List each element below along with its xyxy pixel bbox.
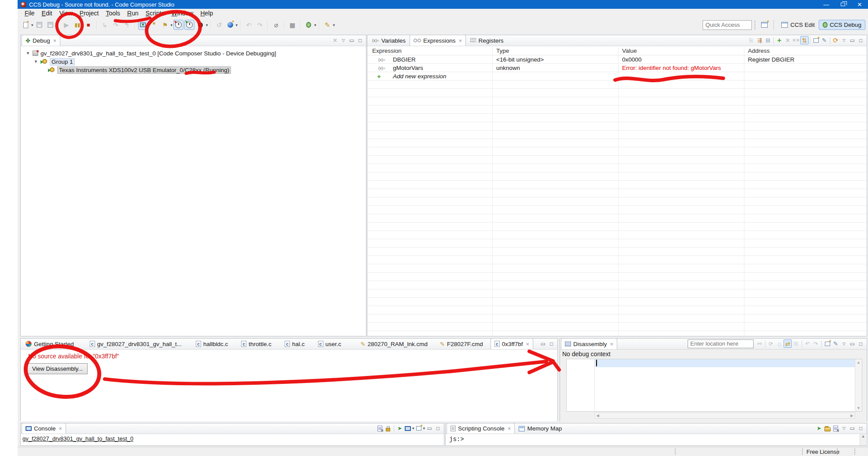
refresh-toggle-icon[interactable]: ⇅	[800, 36, 809, 44]
tab-registers[interactable]: 1010 0101 Registers	[466, 35, 507, 46]
open-script-icon[interactable]	[823, 424, 831, 433]
view-menu-icon[interactable]: ▽	[840, 339, 848, 348]
run-free-globe-icon[interactable]	[225, 20, 235, 30]
swap-icon[interactable]: ⇄	[784, 339, 792, 348]
pen-icon[interactable]: ✎	[322, 20, 333, 30]
menu-file[interactable]: File	[21, 10, 38, 17]
restore-window-icon[interactable]	[835, 0, 851, 9]
tree-row-project[interactable]: ▼ gv_f28027_drv8301_gv_hall_to_fast_test…	[26, 49, 276, 57]
expression-row[interactable]: (x)= gMotorVars unknown Error: identifie…	[367, 64, 867, 72]
new-file-dropdown-icon[interactable]: ▾	[31, 23, 33, 27]
layout-icon[interactable]: ⎘	[747, 36, 755, 44]
tab-debug-view[interactable]: ✤ Debug ×	[22, 35, 60, 46]
maximize-view-icon[interactable]: □	[356, 36, 364, 44]
close-icon[interactable]: ×	[59, 425, 62, 432]
tree-row-core[interactable]: Texas Instruments XDS100v2 USB Emulator_…	[48, 66, 231, 74]
maximize-view-icon[interactable]: □	[857, 339, 865, 348]
minimize-view-icon[interactable]: ▭	[848, 339, 857, 348]
minimize-view-icon[interactable]: ▭	[348, 36, 356, 44]
view-menu-icon[interactable]: ▽	[840, 36, 848, 44]
tab-0x3ff7bf[interactable]: 0x3ff7bf ×	[491, 338, 533, 349]
save-all-icon[interactable]	[45, 20, 55, 30]
step-return-icon[interactable]: ↰	[122, 20, 132, 30]
refresh-view-icon[interactable]: ⟳	[831, 36, 840, 44]
halt-bug-dropdown-icon[interactable]: ▾	[206, 23, 208, 27]
maximize-view-icon[interactable]: □	[857, 36, 865, 44]
tab-disassembly[interactable]: Disassembly ×	[561, 338, 617, 349]
view-menu-icon[interactable]: ▽	[840, 424, 848, 433]
column-address[interactable]: Address	[748, 47, 770, 54]
close-window-icon[interactable]: ✕	[851, 0, 868, 9]
save-icon[interactable]	[34, 20, 44, 30]
debug-bug-dropdown-icon[interactable]: ▾	[314, 23, 316, 27]
pin-console-icon[interactable]: ➤	[815, 424, 823, 433]
home-icon[interactable]: ⌂	[775, 339, 784, 348]
pen-dropdown-icon[interactable]: ▾	[333, 23, 335, 27]
menu-run[interactable]: Run	[124, 10, 142, 17]
close-icon[interactable]: ×	[53, 37, 57, 44]
edit-icon[interactable]: ✎	[820, 36, 828, 44]
tab-ram-lnk-cmd[interactable]: ✎ 280270_RAM_lnk.cmd	[357, 338, 432, 349]
column-expression[interactable]: Expression	[372, 47, 402, 54]
show-columns-icon[interactable]: ⇶	[755, 36, 764, 44]
maximize-view-icon[interactable]: □	[547, 339, 556, 348]
close-icon[interactable]: ×	[508, 425, 511, 432]
new-view-icon[interactable]	[812, 36, 820, 44]
close-icon[interactable]: ×	[459, 37, 462, 44]
disassembly-viewer[interactable]: ▲▼	[566, 359, 862, 412]
quick-access-input[interactable]	[703, 20, 752, 30]
pin-console-icon[interactable]: ➤	[396, 424, 404, 433]
wand-icon[interactable]: *	[149, 20, 159, 30]
flag-icon[interactable]: ⚑	[160, 20, 170, 30]
tab-expressions[interactable]: Expressions ×	[410, 35, 466, 46]
new-view-icon[interactable]	[823, 339, 831, 348]
menu-tools[interactable]: Tools	[102, 10, 124, 17]
minimize-view-icon[interactable]: ▭	[848, 36, 857, 44]
tab-hallbldc[interactable]: hallbldc.c	[192, 338, 232, 349]
view-menu-icon[interactable]: ▽	[339, 36, 348, 44]
collapse-icon[interactable]: ▼	[34, 59, 38, 64]
tree-row-group[interactable]: ▼ Group 1	[34, 58, 75, 66]
resume-icon[interactable]: ▶	[62, 20, 72, 30]
link-icon[interactable]: ⚯	[755, 339, 764, 348]
column-value[interactable]: Value	[622, 47, 637, 54]
remove-all-expressions-icon[interactable]: ✕✕	[792, 36, 800, 44]
menu-project[interactable]: Project	[76, 10, 103, 17]
run-free-dropdown-icon[interactable]: ▾	[236, 23, 238, 27]
tab-throttle[interactable]: throttle.c	[237, 338, 275, 349]
show-source-icon[interactable]: ⎘	[792, 339, 800, 348]
tab-main-c-file[interactable]: gv_f28027_drv8301_gv_hall_t...	[86, 338, 186, 349]
menu-help[interactable]: Help	[197, 10, 216, 17]
remove-expression-icon[interactable]: ✕	[784, 36, 792, 44]
halt-bug-icon[interactable]	[195, 20, 205, 30]
ccs-edit-button[interactable]: CCS Edit	[777, 20, 819, 30]
add-expression-row[interactable]: + Add new expression	[367, 72, 867, 80]
restart-forward-icon[interactable]: ↷	[255, 20, 265, 30]
vertical-scrollbar[interactable]: ▲▼	[855, 359, 862, 411]
memory-browser-icon[interactable]: ▦	[287, 20, 297, 30]
terminate-icon[interactable]: ■	[84, 20, 94, 30]
suspend-icon[interactable]: ▮▮	[73, 20, 83, 30]
maximize-view-icon[interactable]: □	[857, 424, 865, 433]
close-icon[interactable]: ×	[526, 341, 530, 347]
restart-back-icon[interactable]: ↶	[244, 20, 254, 30]
step-over-icon[interactable]: ↷	[111, 20, 121, 30]
minimize-window-icon[interactable]: —	[818, 0, 835, 9]
tab-variables[interactable]: (x)= Variables	[368, 35, 410, 46]
horizontal-scrollbar[interactable]: ◀▶	[594, 412, 855, 419]
scroll-lock-icon[interactable]	[384, 424, 392, 433]
display-console-dropdown-icon[interactable]: ▾	[412, 426, 414, 430]
new-file-icon[interactable]	[21, 20, 31, 30]
clear-console-icon[interactable]	[831, 424, 840, 433]
menu-scripts[interactable]: Scripts	[142, 10, 168, 17]
menu-window[interactable]: Window	[168, 10, 197, 17]
open-console-dropdown-icon[interactable]: ▾	[423, 426, 425, 430]
add-expression-icon[interactable]: +	[775, 36, 784, 44]
tab-f28027f-cmd[interactable]: ✎ F28027F.cmd	[436, 338, 487, 349]
vertical-scrollbar[interactable]: ▲	[860, 434, 866, 445]
expression-row[interactable]: (x)= DBGIER <16-bit unsigned> 0x0000 Reg…	[367, 55, 867, 64]
tab-getting-started[interactable]: Getting Started	[22, 338, 78, 349]
tab-scripting-console[interactable]: Scripting Console ×	[447, 423, 515, 434]
column-type[interactable]: Type	[496, 47, 509, 54]
step-into-icon[interactable]: ↳	[100, 20, 110, 30]
